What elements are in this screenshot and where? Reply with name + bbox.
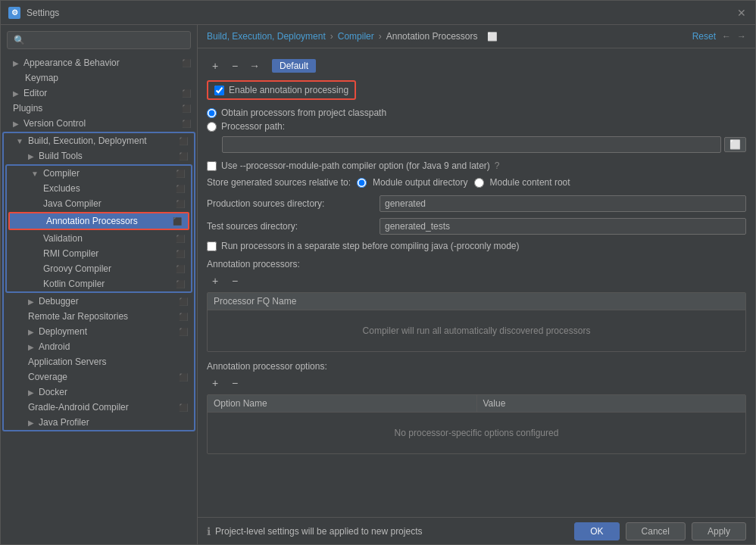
sidebar-item-label: Application Servers [28,357,106,367]
section-icon: ⬛ [176,250,185,258]
sidebar-item-docker[interactable]: ▶ Docker [4,385,194,400]
section-icon: ⬛ [176,170,185,178]
sidebar-item-keymap[interactable]: Keymap [1,70,197,86]
sidebar-item-build-execution[interactable]: ▼ Build, Execution, Deployment ⬛ [4,133,194,148]
processor-path-row: Processor path: [207,121,746,132]
sidebar-item-remote-jar[interactable]: Remote Jar Repositories ⬛ [4,309,194,324]
forward-button[interactable]: → [737,31,746,42]
remove-processor-btn[interactable]: − [226,272,243,289]
sidebar-item-kotlin-compiler[interactable]: Kotlin Compiler ⬛ [7,276,191,291]
search-input[interactable] [30,35,184,45]
section-icon: ⬛ [176,200,185,208]
sidebar-item-validation[interactable]: Validation ⬛ [7,231,191,246]
sidebar-item-label: Android [39,341,70,352]
processors-table: Processor FQ Name Compiler will run all … [207,292,746,352]
search-box[interactable]: 🔍 [7,31,191,49]
navigate-btn[interactable]: → [246,58,263,74]
processor-module-checkbox[interactable] [207,161,217,171]
expand-arrow: ▶ [28,419,34,427]
test-sources-row: Test sources directory: [207,218,746,235]
compiler-note: Compiler will run all automatically disc… [208,310,745,351]
sidebar-item-appearance-behavior[interactable]: ▶ Appearance & Behavior ⬛ [1,55,197,70]
close-button[interactable]: ✕ [736,7,748,19]
sidebar-item-deployment[interactable]: ▶ Deployment ⬛ [4,324,194,339]
sidebar-item-label: Java Compiler [43,198,102,209]
processor-path-input[interactable] [222,136,721,153]
ok-button[interactable]: OK [574,522,619,540]
add-processor-btn[interactable]: + [207,272,223,289]
add-option-btn[interactable]: + [207,375,223,391]
footer-info: ℹ Project-level settings will be applied… [207,525,574,537]
section-icon: ⬛ [179,373,188,382]
sidebar-item-label: Debugger [39,296,79,307]
browse-button[interactable]: ⬜ [724,137,746,152]
store-sources-row: Store generated sources relative to: Mod… [207,177,746,188]
section-icon: ⬛ [176,280,185,288]
breadcrumb-actions: Reset ← → [692,31,746,42]
sidebar-item-compiler[interactable]: ▼ Compiler ⬛ [7,166,191,181]
enable-annotation-checkbox[interactable] [214,86,224,95]
sidebar-item-plugins[interactable]: Plugins ⬛ [1,101,197,116]
value-header: Value [476,395,746,413]
breadcrumb-compiler[interactable]: Compiler [338,31,374,42]
apply-button[interactable]: Apply [692,522,746,540]
processor-path-radio[interactable] [207,122,217,132]
sidebar-item-coverage[interactable]: Coverage ⬛ [4,369,194,385]
enable-annotation-label: Enable annotation processing [229,85,348,95]
module-content-root-radio[interactable] [474,178,484,188]
sidebar-item-java-profiler[interactable]: ▶ Java Profiler [4,415,194,430]
sidebar-item-rmi-compiler[interactable]: RMI Compiler ⬛ [7,246,191,261]
main-content: 🔍 ▶ Appearance & Behavior ⬛ Keymap ▶ Edi… [1,25,755,544]
breadcrumb-sep-2: › [379,31,382,42]
section-icon: ⬛ [179,297,188,306]
sidebar-item-version-control[interactable]: ▶ Version Control ⬛ [1,116,197,131]
breadcrumb-sep-1: › [330,31,333,42]
add-processor-set-btn[interactable]: + [207,58,223,74]
section-icon: ⬛ [176,235,185,243]
sidebar-item-application-servers[interactable]: Application Servers [4,354,194,369]
obtain-classpath-radio[interactable] [207,108,217,118]
help-icon[interactable]: ? [495,160,500,171]
sidebar-item-label: Deployment [39,326,87,337]
expand-arrow: ▶ [28,388,34,397]
sidebar-item-label: Excludes [43,183,80,194]
test-sources-input[interactable] [380,218,746,235]
no-options-note: No processor-specific options configured [208,413,745,453]
breadcrumb-build[interactable]: Build, Execution, Deployment [207,31,326,42]
sidebar-item-label: Validation [43,233,83,244]
remove-option-btn[interactable]: − [226,375,243,391]
production-sources-input[interactable] [380,195,746,212]
run-processors-checkbox[interactable] [207,241,217,251]
source-radio-group: Obtain processors from project classpath… [207,107,746,132]
options-table-header: Option Name Value [208,395,745,413]
sidebar-item-editor[interactable]: ▶ Editor ⬛ [1,86,197,101]
sidebar-item-gradle-android[interactable]: Gradle-Android Compiler ⬛ [4,400,194,415]
sidebar-item-label: Annotation Processors [46,216,138,226]
sidebar-item-java-compiler[interactable]: Java Compiler ⬛ [7,196,191,211]
module-output-radio[interactable] [357,178,367,188]
obtain-classpath-label: Obtain processors from project classpath [221,107,386,118]
sidebar-item-android[interactable]: ▶ Android [4,339,194,354]
sidebar-item-build-tools[interactable]: ▶ Build Tools ⬛ [4,148,194,164]
section-icon: ⬛ [182,59,191,67]
section-icon: ⬛ [173,217,182,226]
reset-button[interactable]: Reset [692,31,716,42]
default-tab[interactable]: Default [272,59,316,73]
footer: ℹ Project-level settings will be applied… [198,517,755,544]
cancel-button[interactable]: Cancel [626,522,686,540]
sidebar-item-label: Plugins [13,103,42,114]
sidebar-item-label: Java Profiler [39,417,89,428]
remove-processor-set-btn[interactable]: − [226,58,243,74]
sidebar-item-label: Appearance & Behavior [23,58,120,68]
sidebar-item-debugger[interactable]: ▶ Debugger ⬛ [4,294,194,309]
section-icon: ⬛ [179,328,188,336]
breadcrumb-current: Annotation Processors [386,31,478,42]
sidebar-item-annotation-processors[interactable]: Annotation Processors ⬛ [10,213,188,229]
back-button[interactable]: ← [722,31,731,42]
sidebar-item-groovy-compiler[interactable]: Groovy Compiler ⬛ [7,261,191,276]
processor-toolbar: + − → Default [207,58,746,74]
sidebar-item-label: Gradle-Android Compiler [28,402,129,413]
sidebar-item-excludes[interactable]: Excludes ⬛ [7,181,191,196]
test-sources-label: Test sources directory: [207,221,373,232]
titlebar: ⚙ Settings ✕ [1,1,755,25]
